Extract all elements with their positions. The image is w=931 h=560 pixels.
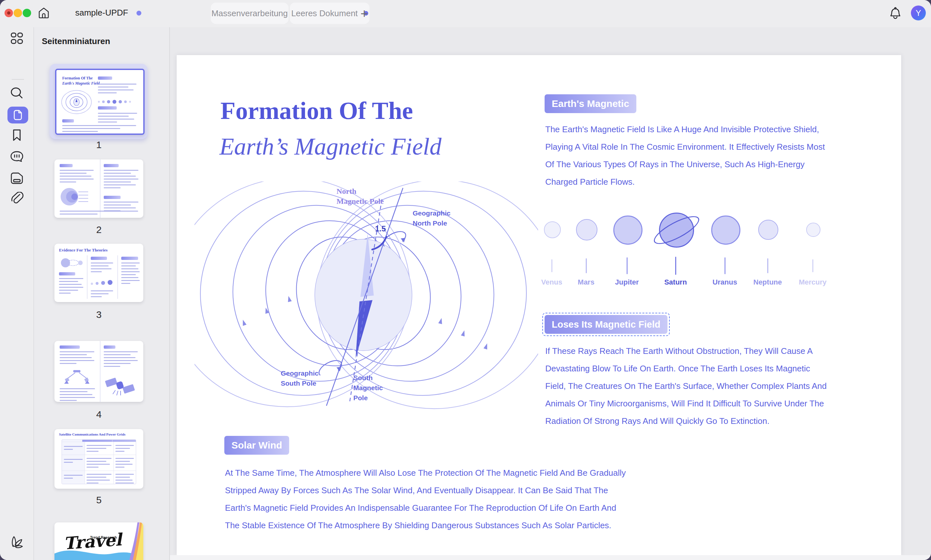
mini-diagram [60, 88, 93, 116]
avatar[interactable]: Y [911, 6, 926, 20]
heading-earths-magnetic[interactable]: Earth's Magnetic [545, 94, 636, 113]
pdf-page[interactable]: Formation Of The Earth’s Magnetic Field [177, 55, 901, 555]
page-number-2: 2 [86, 224, 112, 235]
planet-venus [544, 222, 561, 238]
para-line: Field, The Creatures On The Earth's Surf… [545, 377, 826, 395]
south-magnetic-pole-label: South Magnetic Pole [353, 373, 383, 403]
page-number-4: 4 [86, 409, 112, 420]
bookmark-icon[interactable] [11, 128, 23, 142]
para-line: Radiation Of Strong Rays And Will Quickl… [545, 412, 826, 430]
mini-title: Formation Of The [62, 76, 93, 81]
document-gutter: Formation Of The Earth’s Magnetic Field [170, 27, 931, 560]
para-line: Animals Or Tiny Microorganisms, Will Fin… [545, 395, 826, 412]
tab-active-label[interactable]: sample-UPDF [75, 8, 128, 18]
para-line: The Stable Existence Of The Atmosphere B… [225, 517, 626, 534]
new-tab-button[interactable]: + [360, 6, 368, 21]
thumbnail-page-6[interactable]: Trend Research Travel [54, 522, 143, 560]
selected-textbox[interactable]: Loses Its Magnetic Field [542, 313, 670, 336]
heading-solar-wind[interactable]: Solar Wind [224, 436, 289, 455]
thumbnail-page-2[interactable] [54, 160, 143, 218]
tab-unsaved-dot [137, 11, 142, 15]
mini-travel-title: Travel [63, 529, 122, 553]
paragraph-solar-wind[interactable]: At The Same Time, The Atmosphere Will Al… [225, 464, 626, 534]
para-line: Stripped Away By Forces Such As The Sola… [225, 482, 626, 499]
mini-title: Evidence For The Theories [59, 248, 108, 253]
close-window-button[interactable] [5, 9, 13, 17]
tab-label: Leeres Dokument [291, 8, 357, 18]
para-line: If These Rays Reach The Earth Without Ob… [545, 342, 826, 360]
planet-neptune [758, 220, 778, 240]
north-magnetic-pole-label: North Magnetic Pole [337, 186, 384, 206]
thumbnail-page-4[interactable] [54, 341, 143, 402]
panel-title: Seitenminiaturen [42, 36, 110, 46]
comment-icon[interactable] [10, 150, 24, 163]
geographic-north-pole-label: Geographic North Pole [412, 208, 451, 228]
planet-jupiter [613, 215, 643, 245]
para-line: Charged Particle Flows. [545, 173, 825, 191]
mini-table [62, 440, 136, 484]
notifications-bell-icon[interactable] [889, 7, 901, 20]
doc-title-line1: Formation Of The [220, 97, 413, 125]
para-line: Of The Various Types Of Rays in The Univ… [545, 155, 825, 173]
planet-label-mercury: Mercury [785, 278, 840, 286]
tab-label: Massenverarbeitung [211, 8, 288, 18]
geographic-south-pole-label: Geographic South Pole [281, 368, 319, 388]
attachment-paperclip-icon[interactable] [10, 192, 24, 205]
tab-leeres-dokument[interactable]: Leeres Dokument [290, 3, 369, 24]
planet-mars [576, 219, 597, 240]
thumbnail-page-1[interactable]: Formation Of The Earth's Magnetic Field [55, 69, 145, 135]
page-number-1: 1 [86, 139, 112, 150]
page-thumbnail-icon [13, 109, 23, 120]
home-icon[interactable] [38, 7, 49, 19]
para-line: At The Same Time, The Atmosphere Will Al… [225, 464, 626, 482]
left-rail [0, 27, 34, 560]
mini-orbit [58, 256, 84, 270]
planet-uranus [711, 215, 740, 245]
mini-earth-layers [60, 187, 89, 207]
titlebar: sample-UPDF Massenverarbeitung Leeres Do… [0, 0, 931, 27]
page-number-3: 3 [86, 309, 112, 320]
planet-label-jupiter: Jupiter [599, 278, 654, 286]
para-line: The Earth's Magnetic Field Is Like A Hug… [545, 120, 825, 138]
para-line: Earth's Magnetic Field Provides An Indis… [225, 499, 626, 517]
thumbnails-panel: Seitenminiaturen Formation Of The Earth'… [34, 27, 170, 560]
window-bottom-strip [170, 555, 931, 560]
thumbnail-page-5[interactable]: Satellite Communications And Power Grids [54, 429, 143, 489]
minimize-window-button[interactable] [14, 9, 22, 17]
mini-title: Satellite Communications And Power Grids [59, 432, 125, 436]
page-number-5: 5 [86, 495, 112, 506]
sidebar-item-thumbnails-active[interactable] [8, 107, 28, 123]
planet-mercury [806, 223, 820, 237]
planet-label-saturn: Saturn [648, 278, 703, 286]
mini-satellite [104, 375, 136, 397]
divider [12, 79, 24, 80]
zoom-window-button[interactable] [23, 9, 31, 17]
tab-massenverarbeitung[interactable]: Massenverarbeitung [211, 3, 288, 24]
thumbnail-page-3[interactable]: Evidence For The Theories [54, 244, 143, 302]
mini-network [59, 369, 95, 385]
doc-title-line2: Earth’s Magnetic Field [220, 133, 442, 160]
para-line: Playing A Vital Role In The Cosmic Envir… [545, 138, 825, 155]
search-icon[interactable] [10, 86, 24, 100]
angle-value-label: 1.5 [375, 224, 386, 234]
grid-menu-icon[interactable] [10, 32, 24, 45]
para-line: Devastating Blow To Life On Earth. Once … [545, 360, 826, 377]
form-field-icon[interactable] [10, 172, 24, 185]
paragraph-loses-magnetic-field[interactable]: If These Rays Reach The Earth Without Ob… [545, 342, 826, 430]
app-window: sample-UPDF Massenverarbeitung Leeres Do… [0, 0, 931, 560]
stamp-swatches-icon[interactable] [10, 535, 24, 549]
mini-title: Earth's Magnetic Field [62, 81, 100, 86]
paragraph-earths-magnetic[interactable]: The Earth's Magnetic Field Is Like A Hug… [545, 120, 825, 191]
heading-loses-magnetic-field[interactable]: Loses Its Magnetic Field [545, 315, 668, 334]
